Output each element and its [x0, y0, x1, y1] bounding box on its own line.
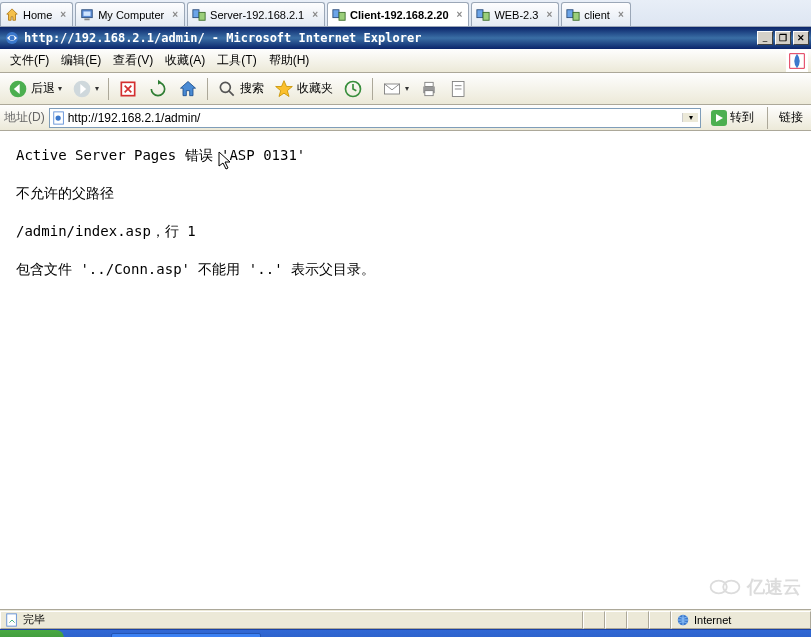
star-icon — [274, 79, 294, 99]
status-cell — [583, 611, 605, 629]
computer-icon — [80, 8, 94, 22]
zone-label: Internet — [694, 614, 731, 626]
app-tab-client1[interactable]: Client-192.168.2.20 × — [327, 2, 469, 26]
app-tab-web23[interactable]: WEB-2.3 × — [471, 2, 559, 26]
svg-point-12 — [10, 36, 15, 41]
home-icon — [5, 8, 19, 22]
done-icon — [5, 613, 19, 627]
server-icon — [566, 8, 580, 22]
window-title: http://192.168.2.1/admin/ - Microsoft In… — [24, 31, 421, 45]
menu-edit[interactable]: 编辑(E) — [55, 49, 107, 72]
app-tab-label: client — [584, 9, 610, 21]
search-label: 搜索 — [240, 80, 264, 97]
taskbar-item-ie[interactable]: http://192.168.2.1/... — [111, 633, 261, 638]
menu-help[interactable]: 帮助(H) — [263, 49, 316, 72]
home-icon — [178, 79, 198, 99]
go-button[interactable]: 转到 — [705, 108, 760, 127]
links-label[interactable]: 链接 — [775, 109, 807, 126]
window-controls: _ ❐ ✕ — [757, 31, 809, 45]
svg-rect-1 — [84, 11, 91, 15]
close-icon[interactable]: × — [312, 9, 318, 20]
chevron-down-icon: ▾ — [95, 84, 99, 93]
error-location: /admin/index.asp，行 1 — [16, 223, 795, 241]
stop-button[interactable] — [114, 77, 142, 101]
history-icon — [343, 79, 363, 99]
svg-rect-8 — [483, 12, 489, 20]
restore-button[interactable]: ❐ — [775, 31, 791, 45]
error-heading: 不允许的父路径 — [16, 185, 795, 203]
separator — [767, 107, 768, 129]
address-label: 地址(D) — [4, 109, 45, 126]
close-icon[interactable]: × — [618, 9, 624, 20]
svg-rect-22 — [425, 82, 433, 86]
back-label: 后退 — [31, 80, 55, 97]
app-tab-server1[interactable]: Server-192.168.2.1 × — [187, 2, 325, 26]
close-icon[interactable]: × — [546, 9, 552, 20]
edit-icon — [449, 79, 469, 99]
svg-rect-7 — [477, 9, 483, 17]
app-tab-label: My Computer — [98, 9, 164, 21]
window-titlebar: http://192.168.2.1/admin/ - Microsoft In… — [0, 27, 811, 49]
menu-view[interactable]: 查看(V) — [107, 49, 159, 72]
print-button[interactable] — [415, 77, 443, 101]
mail-icon — [382, 79, 402, 99]
ie-throbber-icon — [783, 49, 811, 73]
back-button[interactable]: 后退 ▾ — [4, 77, 66, 101]
address-dropdown[interactable]: ▾ — [682, 113, 698, 122]
browser-viewport: Active Server Pages 错误 'ASP 0131' 不允许的父路… — [0, 131, 811, 609]
separator — [108, 78, 109, 100]
status-cell — [627, 611, 649, 629]
app-tab-label: Server-192.168.2.1 — [210, 9, 304, 21]
status-done: 完毕 — [0, 611, 583, 629]
mail-button[interactable]: ▾ — [378, 77, 413, 101]
menu-tools[interactable]: 工具(T) — [211, 49, 262, 72]
close-icon[interactable]: × — [457, 9, 463, 20]
app-tab-strip: Home × My Computer × Server-192.168.2.1 … — [0, 0, 811, 27]
url-input[interactable] — [66, 111, 682, 125]
app-tab-label: Client-192.168.2.20 — [350, 9, 448, 21]
menu-file[interactable]: 文件(F) — [4, 49, 55, 72]
separator — [372, 78, 373, 100]
page-icon — [52, 111, 66, 125]
close-button[interactable]: ✕ — [793, 31, 809, 45]
svg-rect-6 — [339, 12, 345, 20]
minimize-button[interactable]: _ — [757, 31, 773, 45]
address-field[interactable]: ▾ — [49, 108, 701, 128]
search-icon — [217, 79, 237, 99]
history-button[interactable] — [339, 77, 367, 101]
edit-button[interactable] — [445, 77, 473, 101]
status-bar: 完毕 Internet — [0, 609, 811, 629]
svg-rect-4 — [199, 12, 205, 20]
app-tab-my-computer[interactable]: My Computer × — [75, 2, 185, 26]
security-zone: Internet — [671, 611, 811, 629]
refresh-button[interactable] — [144, 77, 172, 101]
svg-rect-10 — [573, 12, 579, 20]
svg-rect-23 — [425, 90, 433, 95]
search-button[interactable]: 搜索 — [213, 77, 268, 101]
close-icon[interactable]: × — [172, 9, 178, 20]
mouse-cursor-icon — [218, 151, 234, 171]
favorites-button[interactable]: 收藏夹 — [270, 77, 337, 101]
taskbar: 开始 http://192.168.2.1/... — [0, 629, 811, 637]
start-button[interactable]: 开始 — [0, 630, 64, 638]
svg-rect-5 — [333, 9, 339, 17]
svg-point-28 — [55, 115, 60, 120]
menu-favorites[interactable]: 收藏(A) — [159, 49, 211, 72]
refresh-icon — [148, 79, 168, 99]
error-title: Active Server Pages 错误 'ASP 0131' — [16, 147, 795, 165]
back-icon — [8, 79, 28, 99]
forward-button[interactable]: ▾ — [68, 77, 103, 101]
globe-icon — [676, 613, 690, 627]
close-icon[interactable]: × — [60, 9, 66, 20]
app-tab-label: WEB-2.3 — [494, 9, 538, 21]
app-tab-client2[interactable]: client × — [561, 2, 631, 26]
menu-bar: 文件(F) 编辑(E) 查看(V) 收藏(A) 工具(T) 帮助(H) — [0, 49, 811, 73]
ie-icon — [4, 30, 20, 46]
go-icon — [711, 110, 727, 126]
home-button[interactable] — [174, 77, 202, 101]
toolbar: 后退 ▾ ▾ 搜索 收藏夹 — [0, 73, 811, 105]
stop-icon — [118, 79, 138, 99]
app-tab-home[interactable]: Home × — [0, 2, 73, 26]
svg-line-18 — [229, 90, 234, 95]
forward-icon — [72, 79, 92, 99]
